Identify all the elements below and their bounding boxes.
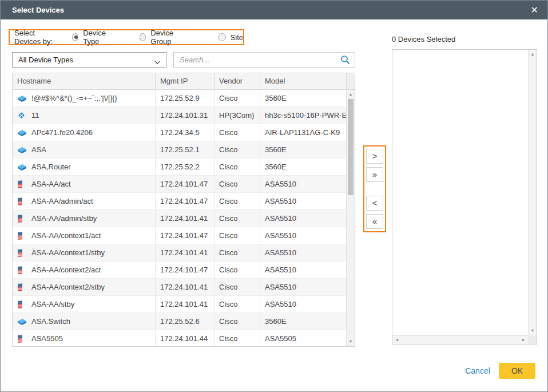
mgmt-ip-cell: 172.24.101.47 [156,193,215,209]
radio-button-icon[interactable] [140,33,146,41]
hostname-cell: APc471.fe20.4206 [13,124,156,141]
radio-button-icon[interactable] [72,33,78,41]
mgmt-ip-cell: 172.25.52.6 [156,313,215,330]
device-table-body: !@#$%^&*()_-=+~`:;.'|\/[]{}172.25.52.9Ci… [13,90,346,346]
move-all-right-button[interactable]: » [366,167,383,182]
column-header-vendor[interactable]: Vendor [215,73,260,89]
device-table: Hostname Mgmt IP Vendor Model !@#$%^&*()… [12,73,355,347]
ok-button[interactable]: OK [499,363,535,379]
table-row[interactable]: ASA-AA/context2/act172.24.101.47CiscoASA… [13,262,346,279]
table-row[interactable]: ASA.Switch172.25.52.6Cisco3560E [13,313,346,330]
table-row[interactable]: ASA-AA/context1/act172.24.101.47CiscoASA… [13,227,346,244]
mgmt-ip-cell: 172.24.101.41 [156,279,215,295]
mgmt-ip-cell: 172.24.101.47 [156,262,215,278]
hostname-text: ASA-AA/admin/stby [31,210,97,227]
device-type-dropdown-value: All Device Types [18,56,73,64]
mgmt-ip-cell: 172.24.101.41 [156,296,215,312]
cancel-button[interactable]: Cancel [462,363,494,379]
move-selected-left-button[interactable]: < [366,196,383,211]
hostname-cell: ASA-AA/admin/stby [13,210,156,227]
table-row[interactable]: ASA5505172.24.101.44CiscoASA5505 [13,330,346,346]
column-header-hostname[interactable]: Hostname [13,73,156,89]
vendor-cell: Cisco [215,313,260,330]
vendor-cell: Cisco [215,124,260,141]
model-cell: ASA5510 [260,296,346,312]
scrollbar-thumb[interactable] [348,99,354,195]
hostname-text: ASA-AA/stby [31,296,74,312]
radio-button-icon[interactable] [218,33,226,41]
mgmt-ip-cell: 172.24.101.47 [156,176,215,192]
table-vertical-scrollbar[interactable]: ▲ ▼ [346,90,355,346]
table-row[interactable]: ASA-AA/admin/act172.24.101.47CiscoASA551… [13,193,346,210]
table-row[interactable]: APc471.fe20.4206172.24.34.5CiscoAIR-LAP1… [13,124,346,141]
vendor-cell: Cisco [215,244,260,261]
hostname-cell: ASA-AA/context1/stby [13,244,156,261]
move-selected-right-button[interactable]: > [366,149,383,164]
firewall-icon [17,283,27,292]
vendor-cell: Cisco [215,262,260,278]
table-row[interactable]: ASA-AA/context1/stby172.24.101.41CiscoAS… [13,244,346,262]
scroll-up-icon[interactable]: ▲ [347,90,355,98]
vendor-cell: Cisco [215,210,260,227]
chevron-down-icon [154,56,161,70]
model-cell: ASA5510 [260,176,346,192]
hostname-cell: 11 [13,107,156,124]
scroll-down-icon[interactable]: ▼ [529,327,537,335]
table-row[interactable]: ASA,Router172.25.52.2Cisco3560E [13,159,346,176]
table-row[interactable]: ASA-AA/admin/stby172.24.101.41CiscoASA55… [13,210,346,227]
scroll-up-icon[interactable]: ▲ [529,50,537,58]
dialog-titlebar: Select Devices ✕ [1,1,547,19]
radio-site[interactable]: Site [218,33,243,42]
firewall-icon [17,197,27,206]
scroll-right-icon[interactable]: ► [519,336,527,344]
column-header-model[interactable]: Model [260,73,346,89]
radio-device-group[interactable]: Device Group [140,29,186,46]
hostname-text: ASA-AA/admin/act [31,193,93,209]
search-icon[interactable] [340,55,350,67]
hostname-cell: ASA-AA/context1/act [13,227,156,244]
mgmt-ip-cell: 172.24.101.41 [156,210,215,227]
dialog-title: Select Devices [12,1,64,19]
hostname-text: ASA.Switch [31,313,70,330]
table-row[interactable]: !@#$%^&*()_-=+~`:;.'|\/[]{}172.25.52.9Ci… [13,90,346,107]
move-all-left-button[interactable]: « [366,214,383,229]
model-cell: ASA5510 [260,193,346,209]
hostname-text: ASA-AA/context2/stby [31,279,105,295]
switch-icon [17,94,27,102]
close-icon[interactable]: ✕ [531,1,538,19]
radio-site-label: Site [231,33,243,42]
search-input[interactable] [174,53,334,67]
column-header-mgmt-ip[interactable]: Mgmt IP [156,73,215,89]
vendor-cell: Cisco [215,159,260,175]
model-cell: ASA5510 [260,210,346,227]
select-by-label: Select Devices by: [14,29,63,46]
device-type-dropdown[interactable]: All Device Types [12,52,166,68]
hostname-cell: ASA.Switch [13,313,156,330]
vendor-cell: HP(3Com) [215,107,260,124]
table-row[interactable]: ASA-AA/act172.24.101.47CiscoASA5510 [13,176,346,193]
mgmt-ip-cell: 172.25.52.1 [156,141,215,158]
table-row[interactable]: ASA172.25.52.1Cisco3560E [13,141,346,159]
table-row[interactable]: ASA-AA/stby172.24.101.41CiscoASA5510 [13,296,346,313]
scrollbar-corner [528,335,537,344]
model-cell: hh3c-s5100-16P-PWR-EI [260,107,346,124]
devices-selected-count: 0 Devices Selected [392,35,455,43]
switch-icon [17,163,27,171]
firewall-icon [17,231,27,240]
hostname-cell: ASA [13,141,156,158]
mgmt-ip-cell: 172.25.52.9 [156,90,215,106]
scroll-down-icon[interactable]: ▼ [347,338,355,346]
radio-device-type-label: Device Type [83,29,114,46]
radio-device-type[interactable]: Device Type [72,29,114,46]
select-devices-dialog: Select Devices ✕ Select Devices by: Devi… [0,0,548,392]
switch-icon [17,146,27,153]
table-header: Hostname Mgmt IP Vendor Model [13,73,355,90]
panel-vertical-scrollbar[interactable]: ▲ ▼ [528,50,537,335]
selected-devices-panel[interactable]: ▲ ▼ ◄ ► [392,49,537,345]
table-row[interactable]: ASA-AA/context2/stby172.24.101.41CiscoAS… [13,279,346,296]
mgmt-ip-cell: 172.24.101.44 [156,330,215,346]
hostname-cell: ASA5505 [13,330,156,346]
table-row[interactable]: 11172.24.101.31HP(3Com)hh3c-s5100-16P-PW… [13,107,346,124]
panel-horizontal-scrollbar[interactable]: ◄ ► [392,335,528,344]
scroll-left-icon[interactable]: ◄ [393,336,401,344]
